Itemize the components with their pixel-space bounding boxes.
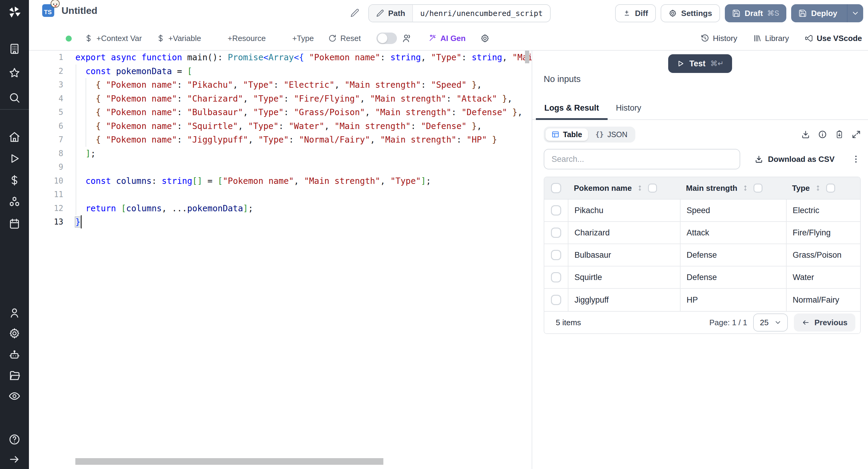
calendar-icon[interactable] [8,218,21,230]
search-input[interactable] [544,149,740,169]
play-icon[interactable] [8,153,21,164]
boxes-icon[interactable] [8,196,21,208]
gear-icon[interactable] [8,327,21,339]
toolbar-item--type[interactable]: +Type [280,34,314,43]
toolbar-item-library[interactable]: Library [753,34,789,43]
test-button[interactable]: Test ⌘↵ [668,54,732,73]
row-checkbox[interactable] [551,227,561,238]
sort-icon[interactable] [637,184,643,192]
toggle-switch[interactable] [376,33,397,44]
sort-icon[interactable] [742,184,749,192]
deploy-button-label: Deploy [811,9,837,18]
cell-main-strength: Defense [680,244,786,266]
home-icon[interactable] [8,131,21,143]
settings-button[interactable]: Settings [661,4,720,22]
code-line-2[interactable]: 2 const pokemonData = [ [29,64,532,79]
code-line-5[interactable]: 5 { "Pokemon name": "Bulbasaur", "Type":… [29,105,532,119]
code-text: { "Pokemon name": "Jigglypuff", "Type": … [75,133,497,147]
draft-button[interactable]: Draft ⌘S [725,4,786,22]
line-number: 4 [29,92,63,106]
code-line-1[interactable]: 1export async function main(): Promise<A… [29,51,532,64]
column-toggle-box[interactable] [648,184,657,193]
table-row[interactable]: SquirtleDefenseWater [544,267,860,289]
edit-title-pencil-icon[interactable] [350,8,359,18]
copy-clipboard-icon[interactable] [835,130,844,139]
code-editor[interactable]: 1export async function main(): Promise<A… [29,51,532,469]
code-line-8[interactable]: 8 ]; [29,147,532,161]
code-line-7[interactable]: 7 { "Pokemon name": "Jigglypuff", "Type"… [29,133,532,147]
dollar-icon[interactable] [8,174,21,186]
toolbar-item-use-vscode[interactable]: Use VScode [805,34,862,43]
code-text: { "Pokemon name": "Bulbasaur", "Type": "… [75,105,523,119]
page-size-select[interactable]: 25 [753,313,788,332]
users-icon[interactable] [402,33,412,43]
download-icon [755,155,763,163]
code-line-3[interactable]: 3 { "Pokemon name": "Pikachu", "Type": "… [29,78,532,92]
diff-button[interactable]: Diff [615,4,656,22]
row-checkbox[interactable] [551,272,561,282]
star-icon[interactable] [8,67,21,79]
toolbar-item-reset[interactable]: Reset [328,34,361,43]
path-field[interactable]: Path u/henri/unencumbered_script [368,4,551,22]
editor-horizontal-scrollbar[interactable] [75,458,383,465]
deploy-button[interactable]: Deploy [791,4,863,22]
code-line-12[interactable]: 12 return [columns, ...pokemonData]; [29,201,532,216]
tab-logs-result[interactable]: Logs & Result [536,99,608,120]
page-size-value: 25 [760,318,769,327]
toolbar-item--context-var[interactable]: +Context Var [84,34,142,43]
kebab-menu-icon[interactable] [851,154,861,164]
line-number: 7 [29,133,63,147]
cell-main-strength: Speed [680,199,786,221]
cell-type: Fire/Flying [786,222,860,244]
code-line-4[interactable]: 4 { "Pokemon name": "Charizard", "Type":… [29,92,532,106]
view-json-option[interactable]: {} JSON [589,128,633,141]
draft-button-label: Draft [745,9,763,18]
row-checkbox[interactable] [551,205,561,216]
download-result-icon[interactable] [801,130,810,139]
download-csv-button[interactable]: Download as CSV [755,155,835,164]
toolbar-item--resource[interactable]: +Resource [216,34,266,43]
deploy-dropdown-toggle[interactable] [847,4,863,22]
select-all-checkbox[interactable] [551,183,561,193]
column-toggle-box[interactable] [826,184,835,193]
view-table-label: Table [563,130,582,139]
cell-main-strength: HP [680,289,786,311]
row-checkbox[interactable] [551,295,561,305]
folder-icon[interactable] [8,370,21,382]
tab-history[interactable]: History [608,99,650,120]
user-icon[interactable] [8,307,21,319]
robot-icon[interactable] [8,349,21,361]
typescript-badge: TS [42,4,54,17]
info-icon[interactable] [818,130,827,139]
table-row[interactable]: PikachuSpeedElectric [544,199,860,222]
ai-gen-button[interactable]: AI Gen [428,34,466,43]
eye-icon[interactable] [8,390,21,402]
run-panel: Test ⌘↵ No inputs Logs & Result History [532,51,868,469]
code-line-13[interactable]: 13} [29,215,532,229]
toolbar-item--variable[interactable]: +Variable [156,34,201,43]
arrow-right-icon[interactable] [8,453,21,465]
view-table-option[interactable]: Table [546,128,588,141]
table-row[interactable]: CharizardAttackFire/Flying [544,222,860,244]
code-text: const pokemonData = [ [75,64,192,79]
previous-page-button[interactable]: Previous [794,313,855,332]
code-line-11[interactable]: 11 [29,188,532,201]
expand-icon[interactable] [852,130,861,139]
help-icon[interactable] [8,433,21,445]
toolbar-gear-icon[interactable] [480,33,490,43]
code-line-10[interactable]: 10 const columns: string[] = ["Pokemon n… [29,174,532,188]
cell-type: Electric [786,199,860,221]
column-toggle-box[interactable] [753,184,763,193]
search-icon[interactable] [8,92,21,104]
code-line-6[interactable]: 6 { "Pokemon name": "Squirtle", "Type": … [29,119,532,133]
code-line-9[interactable]: 9 [29,160,532,174]
sort-icon[interactable] [815,184,821,192]
path-value[interactable]: u/henri/unencumbered_script [413,5,550,22]
editor-vertical-scrollbar[interactable] [525,51,529,63]
toolbar-item-history[interactable]: History [701,34,737,43]
row-checkbox[interactable] [551,250,561,260]
windmill-logo-icon[interactable] [8,5,22,19]
building-icon[interactable] [8,43,21,55]
table-row[interactable]: BulbasaurDefenseGrass/Poison [544,244,860,267]
table-row[interactable]: JigglypuffHPNormal/Fairy [544,289,860,311]
